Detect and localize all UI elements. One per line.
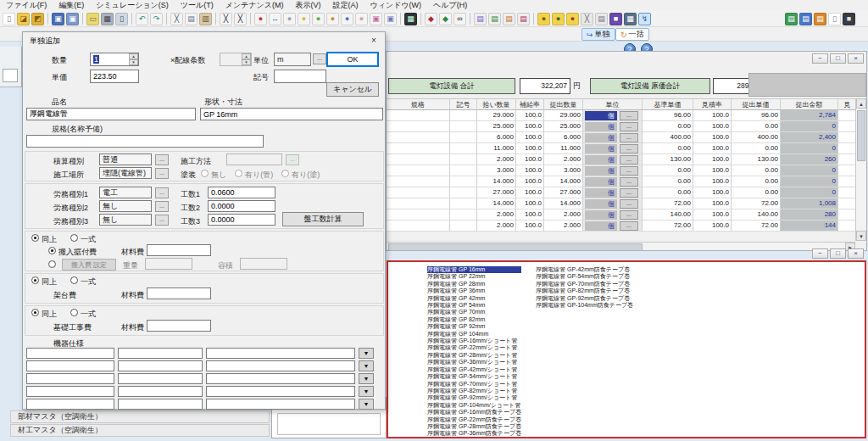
value-cell[interactable]: 25.000 bbox=[544, 121, 583, 132]
value-cell[interactable]: 25.000 bbox=[477, 121, 516, 132]
spec-cell[interactable] bbox=[387, 132, 450, 143]
foundation-lump-radio[interactable] bbox=[70, 309, 78, 316]
catalog-item[interactable]: 厚鋼電線管 GP 42mm bbox=[427, 295, 521, 302]
value-cell[interactable]: 100.0 bbox=[516, 209, 544, 220]
unit-value[interactable]: 個 bbox=[585, 177, 617, 187]
column-header-10[interactable]: 見 bbox=[838, 98, 857, 110]
carry-lump-radio[interactable] bbox=[70, 234, 78, 242]
menu-item-5[interactable]: 表示(V) bbox=[290, 0, 327, 11]
amount-cell[interactable]: 280 bbox=[781, 209, 838, 220]
symbol-cell[interactable] bbox=[450, 220, 477, 232]
ball-yellow-icon[interactable]: ● bbox=[298, 13, 310, 25]
value-cell[interactable]: 6.000 bbox=[544, 132, 583, 143]
table-row[interactable]: 6.000100.06.000個...400.00100.0400.002,40… bbox=[387, 132, 857, 143]
value-cell[interactable]: 0.00 bbox=[643, 176, 693, 187]
unit-value[interactable]: 個 bbox=[585, 144, 617, 154]
equip-spec-field[interactable] bbox=[118, 373, 203, 384]
save-all-icon[interactable]: ▣ bbox=[66, 13, 79, 25]
unit-value[interactable]: 個 bbox=[585, 210, 617, 220]
print-preview-icon[interactable]: ▯ bbox=[115, 13, 128, 25]
pin-red-icon[interactable]: ● bbox=[254, 13, 267, 25]
value-cell[interactable] bbox=[838, 209, 857, 220]
symbol-cell[interactable] bbox=[450, 154, 477, 165]
equip-spec-field[interactable] bbox=[118, 360, 203, 371]
menu-item-6[interactable]: 設定(A) bbox=[327, 0, 364, 11]
value-cell[interactable]: 0.00 bbox=[643, 165, 693, 176]
carry-set-radio[interactable] bbox=[48, 260, 56, 268]
equip-spec-field[interactable] bbox=[206, 348, 355, 359]
value-cell[interactable]: 0.00 bbox=[732, 121, 781, 132]
amount-cell[interactable]: 0 bbox=[781, 165, 838, 176]
spin-up-icon[interactable]: ▴ bbox=[242, 53, 251, 59]
catalog-item[interactable]: 厚鋼電線管 GP-54mm防食テープ巻 bbox=[536, 273, 633, 280]
catalog-item[interactable]: 厚鋼電線管 GP 36mm bbox=[427, 287, 521, 294]
unit-select-button[interactable]: ... bbox=[620, 166, 638, 176]
table-row[interactable]: 25.000100.025.000個...0.00100.00.000 bbox=[387, 121, 857, 132]
value-cell[interactable] bbox=[838, 198, 857, 209]
equip-spec-field[interactable] bbox=[206, 399, 355, 410]
value-cell[interactable]: 140.00 bbox=[643, 209, 693, 220]
value-cell[interactable] bbox=[838, 121, 857, 132]
ball-green-icon[interactable]: ● bbox=[312, 13, 325, 25]
catalog-item[interactable]: 厚鋼電線管 GP-92mm/ショート管 bbox=[427, 394, 521, 401]
spec-cell[interactable] bbox=[387, 176, 450, 187]
value-cell[interactable]: 0.00 bbox=[643, 143, 693, 154]
unit-select-button[interactable]: ... bbox=[620, 210, 638, 220]
delete-icon[interactable]: ╳ bbox=[220, 13, 232, 25]
catalog-item[interactable]: 厚鋼電線管 GP 16mm bbox=[427, 266, 521, 273]
column-header-8[interactable]: 提出単価 bbox=[732, 98, 781, 110]
amount-cell[interactable]: 0 bbox=[781, 121, 838, 132]
value-cell[interactable]: 0.00 bbox=[643, 121, 693, 132]
equip-spec-dropdown-button[interactable]: ▼ bbox=[359, 386, 374, 397]
quantity-spinner[interactable]: ▴ ▾ bbox=[129, 53, 138, 65]
menu-item-8[interactable]: ヘルプ(H) bbox=[427, 0, 473, 11]
table-row[interactable]: 14.000100.014.000個...72.00100.072.001,00… bbox=[387, 198, 857, 209]
maximize-button[interactable]: □ bbox=[830, 53, 846, 64]
value-cell[interactable] bbox=[838, 165, 857, 176]
symbol-cell[interactable] bbox=[450, 187, 477, 198]
folder-icon[interactable]: ◩ bbox=[31, 13, 44, 25]
unit-select-button[interactable]: ... bbox=[620, 199, 638, 209]
unit-value[interactable]: 個 bbox=[585, 188, 617, 198]
value-cell[interactable]: 27.000 bbox=[544, 187, 583, 198]
catalog-item[interactable]: 厚鋼電線管 GP-92mm防食テープ巻 bbox=[536, 295, 633, 302]
amount-cell[interactable]: 0 bbox=[781, 143, 838, 154]
labor2-select-button[interactable]: ... bbox=[155, 201, 169, 212]
spec-cell[interactable] bbox=[387, 121, 450, 132]
person-down-icon[interactable]: ● bbox=[566, 13, 579, 25]
print-icon[interactable]: ▦ bbox=[101, 13, 114, 25]
unit-select-button[interactable]: ... bbox=[620, 144, 638, 154]
batch-add-mode-button[interactable]: ↻ 一括 bbox=[615, 28, 649, 41]
symbol-cell[interactable] bbox=[450, 110, 477, 121]
paint-pipe-radio[interactable] bbox=[235, 170, 242, 177]
unit-select-button[interactable]: ... bbox=[620, 177, 638, 187]
value-cell[interactable] bbox=[838, 154, 857, 165]
master-bar-laborparts[interactable]: 材工マスタ（空調衛生） bbox=[10, 424, 270, 437]
symbol-field[interactable] bbox=[274, 70, 326, 83]
menu-item-4[interactable]: メンテナンス(M) bbox=[220, 0, 290, 11]
table-row[interactable]: 11.000100.011.000個...0.00100.00.000 bbox=[387, 143, 857, 154]
value-cell[interactable]: 11.000 bbox=[477, 143, 516, 154]
table-row[interactable]: 2.000100.02.000個...140.00100.0140.00280 bbox=[387, 209, 857, 220]
catalog-item[interactable]: 厚鋼電線管 GP-42mm防食テープ巻 bbox=[536, 266, 633, 273]
symbol-cell[interactable] bbox=[450, 132, 477, 143]
spec-name-field[interactable] bbox=[26, 135, 264, 148]
scroll-up-icon[interactable]: ▲ bbox=[856, 98, 866, 109]
value-cell[interactable]: 14.000 bbox=[477, 198, 516, 209]
table-row[interactable]: 14.000100.014.000個...0.00100.00.000 bbox=[387, 176, 857, 187]
value-cell[interactable]: 100.0 bbox=[693, 176, 732, 187]
horizontal-scroll-thumb[interactable] bbox=[388, 243, 643, 251]
column-header-5[interactable]: 単位 bbox=[583, 98, 643, 110]
unit-value[interactable]: 個 bbox=[585, 133, 617, 142]
equip-spec-field[interactable] bbox=[26, 348, 114, 359]
carry-material-field[interactable] bbox=[147, 244, 211, 256]
value-cell[interactable]: 0.00 bbox=[732, 176, 781, 187]
dialog-close-icon[interactable]: × bbox=[367, 35, 381, 47]
amount-cell[interactable]: 260 bbox=[781, 154, 838, 165]
catalog-item[interactable]: 厚鋼電線管 GP-70mm防食テープ巻 bbox=[536, 281, 633, 287]
symbol-cell[interactable] bbox=[450, 198, 477, 209]
hand-icon[interactable]: ● bbox=[355, 13, 368, 25]
value-cell[interactable] bbox=[838, 176, 857, 187]
carry-same-radio[interactable] bbox=[31, 234, 39, 242]
gem-red-icon[interactable]: ◆ bbox=[425, 13, 437, 25]
